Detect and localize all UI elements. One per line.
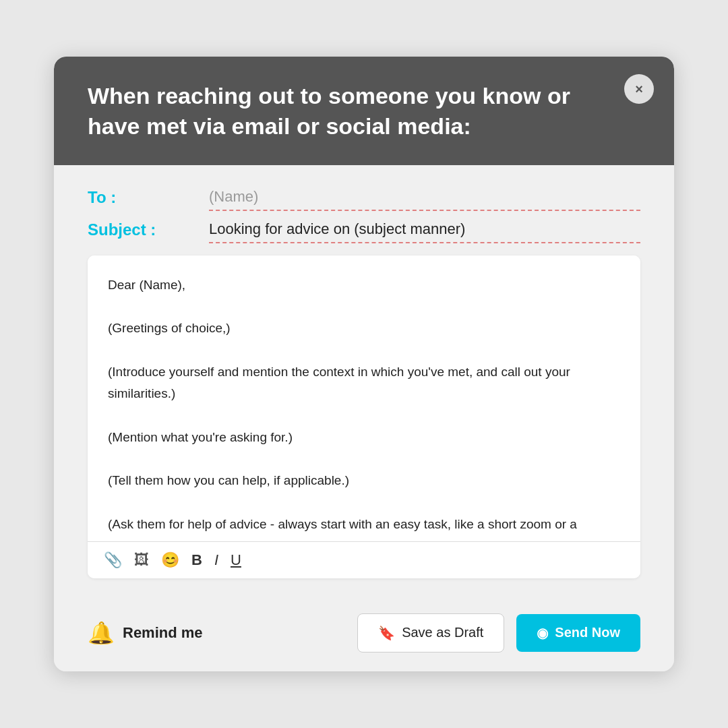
to-label: To : <box>88 185 209 207</box>
compose-textarea[interactable] <box>88 255 640 539</box>
subject-label: Subject : <box>88 218 209 239</box>
italic-button[interactable]: I <box>214 551 218 569</box>
compose-area: 📎 🖼 😊 B I U <box>88 255 640 578</box>
header-title: When reaching out to someone you know or… <box>88 81 640 140</box>
send-label: Send Now <box>555 625 620 640</box>
draft-label: Save as Draft <box>402 625 483 640</box>
underline-button[interactable]: U <box>231 551 241 569</box>
emoji-button[interactable]: 😊 <box>161 551 179 569</box>
bold-button[interactable]: B <box>191 551 202 569</box>
formatting-toolbar: 📎 🖼 😊 B I U <box>88 541 640 578</box>
subject-row: Subject : <box>88 218 640 243</box>
draft-icon: 🔖 <box>378 625 395 641</box>
remind-label: Remind me <box>123 624 203 642</box>
subject-input[interactable] <box>209 218 640 243</box>
attachment-button[interactable]: 📎 <box>104 551 122 569</box>
close-button[interactable]: × <box>624 74 654 104</box>
modal-header: When reaching out to someone you know or… <box>54 57 674 164</box>
to-row: To : <box>88 185 640 211</box>
save-draft-button[interactable]: 🔖 Save as Draft <box>357 613 504 653</box>
modal-footer: 🔔 Remind me 🔖 Save as Draft ◉ Send Now <box>54 599 674 671</box>
modal-body: To : Subject : 📎 🖼 😊 B I U <box>54 165 674 599</box>
to-input[interactable] <box>209 185 640 211</box>
email-modal: When reaching out to someone you know or… <box>54 57 674 671</box>
send-icon: ◉ <box>537 625 548 641</box>
send-now-button[interactable]: ◉ Send Now <box>516 614 640 652</box>
bell-icon: 🔔 <box>88 620 115 646</box>
remind-me-section: 🔔 Remind me <box>88 620 203 646</box>
image-button[interactable]: 🖼 <box>134 551 149 569</box>
